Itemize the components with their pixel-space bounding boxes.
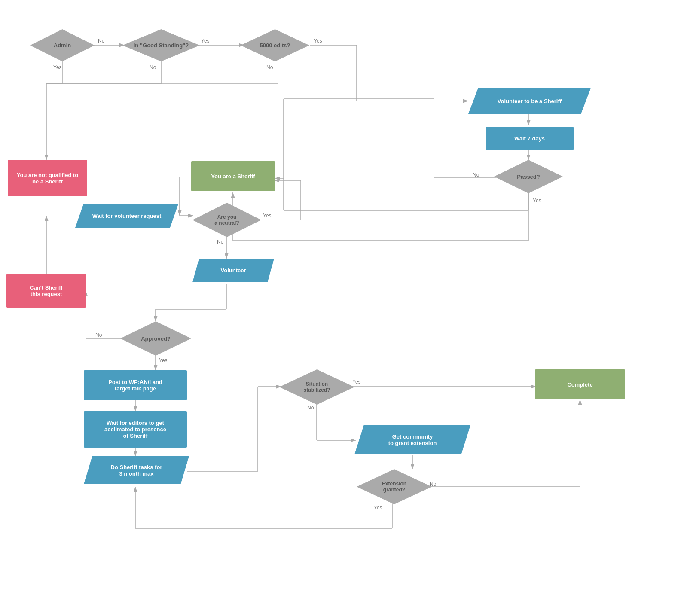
label-sit-no: No <box>307 405 314 411</box>
get-extension-label: Get communityto grant extension <box>388 433 437 446</box>
cant-sheriff-label: Can't Sheriffthis request <box>30 284 63 297</box>
you-are-sheriff-rect: You are a Sheriff <box>191 161 275 191</box>
approved-diamond: Approved? <box>120 321 191 356</box>
wait-editors-label: Wait for editors to getacclimated to pre… <box>104 420 166 439</box>
label-sit-yes: Yes <box>352 379 361 385</box>
wait7-label: Wait 7 days <box>514 135 545 142</box>
label-approved-yes: Yes <box>159 357 168 363</box>
label-neutral-yes: Yes <box>263 213 272 219</box>
you-are-sheriff-label: You are a Sheriff <box>211 173 255 180</box>
neutral-diamond: Are youa neutral? <box>192 203 261 237</box>
label-neutral-no: No <box>217 239 223 245</box>
cant-sheriff-rect: Can't Sheriffthis request <box>6 274 86 308</box>
wait-editors-rect: Wait for editors to getacclimated to pre… <box>84 411 187 448</box>
good-standing-diamond: In "Good Standing"? <box>122 29 200 61</box>
volunteer-para: Volunteer <box>192 259 274 282</box>
volunteer-label: Volunteer <box>221 267 246 274</box>
wait-volunteer-label: Wait for volunteer request <box>92 213 162 219</box>
label-ext-yes: Yes <box>374 505 382 511</box>
do-tasks-label: Do Sheriff tasks for3 month max <box>111 464 162 477</box>
situation-diamond: Situationstabilized? <box>279 369 354 405</box>
passed-diamond: Passed? <box>494 160 563 193</box>
label-passed-no: No <box>473 172 479 178</box>
do-tasks-para: Do Sheriff tasks for3 month max <box>84 456 189 484</box>
label-approved-no: No <box>95 332 102 338</box>
label-gs-no: No <box>150 64 156 70</box>
volunteer-sheriff-para: Volunteer to be a Sheriff <box>468 88 591 114</box>
complete-rect: Complete <box>535 369 625 399</box>
post-wp-rect: Post to WP:AN/I andtarget talk page <box>84 370 187 400</box>
post-wp-label: Post to WP:AN/I andtarget talk page <box>108 379 162 392</box>
not-qualified-label: You are not qualified to be a Sheriff <box>16 172 79 185</box>
label-passed-yes: Yes <box>533 198 541 204</box>
label-admin-no: No <box>98 38 104 44</box>
wait-volunteer-para: Wait for volunteer request <box>75 204 178 228</box>
complete-label: Complete <box>567 381 592 388</box>
label-edits-yes: Yes <box>314 38 322 44</box>
label-admin-yes: Yes <box>53 64 62 70</box>
volunteer-sheriff-label: Volunteer to be a Sheriff <box>498 98 562 104</box>
flowchart: No Yes Yes No Yes No No Yes Yes No No Ye… <box>0 0 678 616</box>
label-gs-yes: Yes <box>201 38 210 44</box>
label-ext-no: No <box>430 481 436 487</box>
get-extension-para: Get communityto grant extension <box>354 425 470 454</box>
edits-diamond: 5000 edits? <box>241 29 309 61</box>
admin-diamond: Admin <box>30 29 95 61</box>
label-edits-no: No <box>266 64 273 70</box>
wait7-rect: Wait 7 days <box>486 127 574 150</box>
not-qualified-rect: You are not qualified to be a Sheriff <box>8 160 87 196</box>
extension-diamond: Extensiongranted? <box>357 469 432 504</box>
